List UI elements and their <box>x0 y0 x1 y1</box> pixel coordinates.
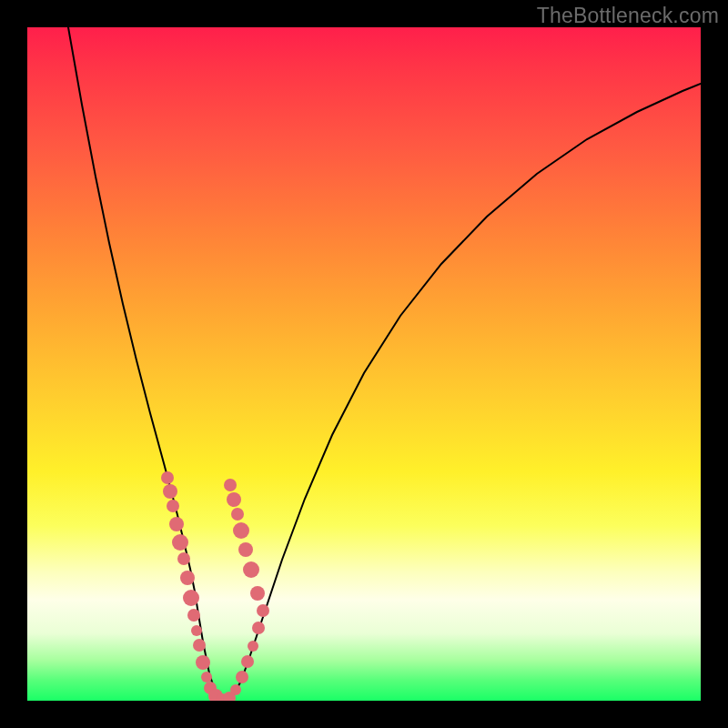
data-point <box>183 590 199 606</box>
plot-area <box>27 27 701 701</box>
data-point <box>248 641 258 652</box>
data-point <box>236 671 248 683</box>
data-point <box>161 471 174 484</box>
data-point <box>187 609 200 622</box>
data-point <box>201 672 212 682</box>
data-point <box>169 517 184 531</box>
data-point <box>250 586 265 601</box>
data-point <box>177 552 190 565</box>
bottleneck-curve <box>68 27 701 701</box>
data-point <box>238 542 253 557</box>
data-point <box>230 684 241 695</box>
data-point <box>233 522 249 539</box>
data-point <box>241 655 254 668</box>
data-point <box>172 534 188 551</box>
data-point <box>196 655 210 670</box>
data-point <box>231 508 244 521</box>
data-point <box>224 479 237 491</box>
data-point <box>227 492 241 507</box>
data-point <box>193 639 206 652</box>
chart-frame: TheBottleneck.com <box>0 0 728 728</box>
curve-path <box>68 27 701 701</box>
watermark-text: TheBottleneck.com <box>537 4 719 28</box>
chart-svg <box>27 27 701 701</box>
data-point <box>163 484 177 499</box>
data-point <box>243 561 259 578</box>
data-point <box>167 500 179 512</box>
scatter-dots <box>161 471 269 701</box>
data-point <box>191 625 202 636</box>
data-point <box>180 571 195 585</box>
data-point <box>252 622 265 634</box>
data-point <box>257 604 269 617</box>
